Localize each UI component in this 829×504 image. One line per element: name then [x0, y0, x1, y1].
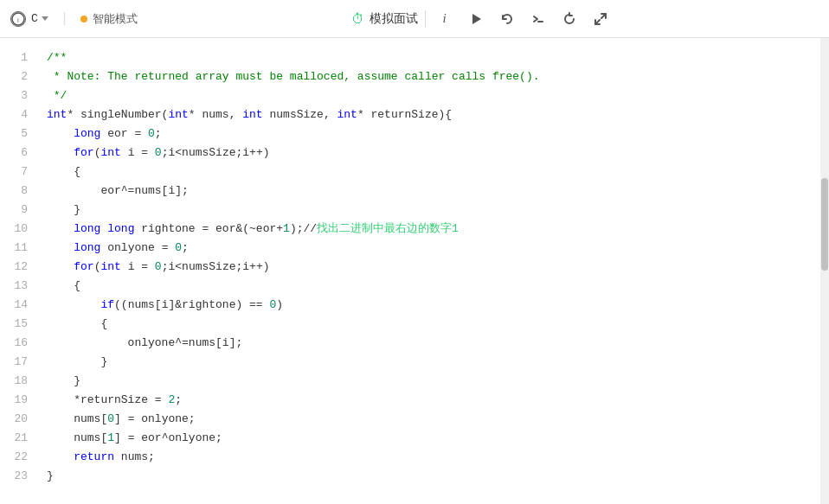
line-number-18: 18 — [0, 372, 36, 391]
code-line-9: } — [47, 201, 829, 220]
code-line-16: onlyone^=nums[i]; — [47, 334, 829, 353]
line-number-17: 17 — [0, 353, 36, 372]
line-number-5: 5 — [0, 124, 36, 144]
line-number-3: 3 — [0, 86, 36, 105]
line-number-16: 16 — [0, 334, 36, 353]
code-line-5: long eor = 0; — [47, 124, 829, 144]
line-number-2: 2 — [0, 67, 36, 86]
code-line-8: eor^=nums[i]; — [47, 182, 829, 201]
line-number-15: 15 — [0, 315, 36, 334]
separator-1: | — [61, 11, 69, 27]
line-number-13: 13 — [0, 277, 36, 296]
line-number-23: 23 — [0, 467, 36, 486]
line-number-6: 6 — [0, 144, 36, 163]
line-number-21: 21 — [0, 429, 36, 448]
code-line-20: nums[0] = onlyone; — [47, 410, 829, 429]
code-line-3: */ — [47, 86, 829, 105]
code-line-12: for(int i = 0;i<numsSize;i++) — [47, 258, 829, 277]
simulate-btn[interactable]: ⏱ 模拟面试 — [351, 11, 418, 27]
line-number-12: 12 — [0, 258, 36, 277]
code-line-1: /** — [47, 48, 829, 67]
code-line-23: } — [47, 467, 829, 486]
smart-mode-dot — [80, 16, 87, 22]
refresh-button[interactable] — [557, 7, 582, 31]
lang-selector[interactable]: C — [31, 12, 48, 25]
code-line-2: * Note: The returned array must be mallo… — [47, 67, 829, 86]
smart-mode-label: 智能模式 — [93, 11, 138, 27]
code-line-22: return nums; — [47, 448, 829, 467]
code-line-21: nums[1] = eor^onlyone; — [47, 429, 829, 448]
line-number-8: 8 — [0, 182, 36, 201]
line-number-9: 9 — [0, 201, 36, 220]
line-number-7: 7 — [0, 163, 36, 182]
scrollbar-track[interactable] — [820, 38, 829, 504]
play-button[interactable] — [464, 7, 488, 31]
editor-container: 1234567891011121314151617181920212223 /*… — [0, 38, 829, 504]
code-line-10: long long rightone = eor&(~eor+1);//找出二进… — [47, 220, 829, 239]
line-number-20: 20 — [0, 410, 36, 429]
clock-icon: ⏱ — [351, 11, 364, 26]
line-number-19: 19 — [0, 391, 36, 410]
line-number-1: 1 — [0, 48, 36, 67]
svg-text:i: i — [17, 16, 19, 24]
line-number-4: 4 — [0, 105, 36, 124]
scrollbar-thumb[interactable] — [821, 178, 828, 271]
code-area[interactable]: /** * Note: The returned array must be m… — [36, 38, 829, 504]
line-number-22: 22 — [0, 448, 36, 467]
code-line-13: { — [47, 277, 829, 296]
simulate-label: 模拟面试 — [370, 11, 418, 27]
toolbar-center: ⏱ 模拟面试 i — [145, 7, 819, 31]
line-number-10: 10 — [0, 220, 36, 239]
code-line-18: } — [47, 372, 829, 391]
lang-icon: i — [10, 11, 26, 27]
expand-button[interactable] — [588, 7, 613, 31]
code-line-17: } — [47, 353, 829, 372]
toolbar-left: i C | 智能模式 — [10, 11, 138, 27]
svg-marker-2 — [472, 14, 481, 24]
toolbar: i C | 智能模式 ⏱ 模拟面试 i — [0, 0, 829, 38]
chevron-down-icon — [42, 16, 48, 21]
line-numbers: 1234567891011121314151617181920212223 — [0, 38, 36, 504]
code-line-6: for(int i = 0;i<numsSize;i++) — [47, 144, 829, 163]
terminal-button[interactable] — [526, 7, 550, 31]
code-line-11: long onlyone = 0; — [47, 239, 829, 258]
code-line-14: if((nums[i]&rightone) == 0) — [47, 296, 829, 315]
code-line-19: *returnSize = 2; — [47, 391, 829, 410]
info-button[interactable]: i — [433, 7, 457, 31]
divider-1 — [425, 10, 426, 28]
code-line-7: { — [47, 163, 829, 182]
undo-button[interactable] — [495, 7, 519, 31]
code-line-4: int* singleNumber(int* nums, int numsSiz… — [47, 105, 829, 124]
code-line-15: { — [47, 315, 829, 334]
lang-label: C — [31, 12, 38, 25]
line-number-11: 11 — [0, 239, 36, 258]
line-number-14: 14 — [0, 296, 36, 315]
